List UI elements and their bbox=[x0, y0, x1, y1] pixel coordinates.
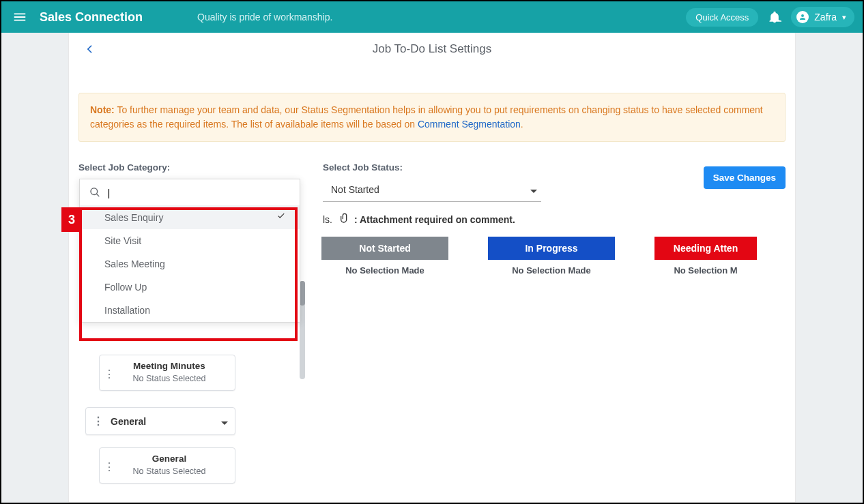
save-changes-button[interactable]: Save Changes bbox=[704, 166, 786, 189]
status-header-needing-attention: Needing Atten bbox=[654, 237, 757, 260]
option-label: Sales Meeting bbox=[104, 258, 165, 269]
status-empty-1: No Selection Made bbox=[488, 260, 615, 281]
status-columns: Not Started No Selection Made In Progres… bbox=[321, 237, 795, 281]
caret-down-icon bbox=[530, 183, 537, 196]
accordion-title: General bbox=[111, 416, 146, 427]
notifications-button[interactable] bbox=[768, 10, 781, 24]
option-label: Installation bbox=[104, 305, 150, 316]
status-select[interactable]: Not Started bbox=[323, 178, 541, 202]
drag-handle-icon[interactable]: ⋮ bbox=[104, 368, 115, 381]
menu-button[interactable] bbox=[10, 7, 30, 27]
option-label: Site Visit bbox=[104, 235, 141, 246]
category-option-site-visit[interactable]: Site Visit bbox=[80, 229, 300, 252]
item-title: General bbox=[111, 454, 228, 464]
drag-handle-icon[interactable]: ⋮ bbox=[93, 415, 104, 428]
search-icon bbox=[89, 186, 100, 198]
status-value: Not Started bbox=[331, 184, 379, 195]
item-title: Meeting Minutes bbox=[111, 361, 228, 371]
user-menu[interactable]: Zafra ▾ bbox=[791, 7, 854, 27]
quick-access-button[interactable]: Quick Access bbox=[686, 8, 758, 27]
paperclip-icon bbox=[339, 211, 350, 227]
category-option-sales-enquiry[interactable]: Sales Enquiry bbox=[80, 205, 300, 229]
accordion-head-general[interactable]: ⋮ General bbox=[86, 408, 235, 434]
comment-segmentation-link[interactable]: Comment Segmentation bbox=[418, 119, 521, 130]
category-option-sales-meeting[interactable]: Sales Meeting bbox=[80, 252, 300, 276]
avatar bbox=[796, 11, 809, 23]
caret-down-icon bbox=[221, 416, 228, 427]
tagline: Quality is pride of workmanship. bbox=[197, 12, 332, 23]
hamburger-icon bbox=[12, 10, 27, 25]
annotation-number: 3 bbox=[61, 207, 82, 232]
category-label: Select Job Category: bbox=[78, 162, 317, 173]
chevron-down-icon: ▾ bbox=[842, 13, 846, 22]
legend-text: : Attachment required on comment. bbox=[354, 214, 515, 225]
user-name: Zafra bbox=[814, 12, 837, 23]
page-title: Job To-Do List Settings bbox=[373, 42, 492, 56]
page-header: Job To-Do List Settings bbox=[69, 33, 795, 65]
category-dropdown[interactable]: Sales Enquiry Site Visit Sales Meeting F… bbox=[79, 179, 300, 323]
category-option-follow-up[interactable]: Follow Up bbox=[80, 276, 300, 299]
status-label: Select Job Status: bbox=[323, 162, 555, 173]
chevron-left-icon bbox=[83, 42, 96, 56]
person-icon bbox=[798, 13, 807, 21]
legend-cut-text: ls. bbox=[323, 214, 335, 225]
note-prefix: Note: bbox=[90, 104, 115, 115]
bell-icon bbox=[768, 10, 781, 24]
option-label: Sales Enquiry bbox=[104, 212, 163, 223]
app-title: Sales Connection bbox=[40, 10, 143, 25]
option-label: Follow Up bbox=[104, 282, 147, 293]
note-text-b: . bbox=[521, 119, 523, 130]
status-empty-2: No Selection M bbox=[654, 260, 757, 281]
status-header-not-started: Not Started bbox=[321, 237, 448, 260]
category-option-installation[interactable]: Installation bbox=[80, 299, 300, 322]
item-sub: No Status Selected bbox=[111, 374, 228, 383]
info-note: Note: To further manage your team and da… bbox=[78, 93, 786, 142]
scrollbar-thumb[interactable] bbox=[300, 281, 305, 306]
status-empty-0: No Selection Made bbox=[321, 260, 448, 281]
category-search-input[interactable] bbox=[107, 187, 290, 198]
back-button[interactable] bbox=[83, 42, 96, 59]
category-option-list: Sales Enquiry Site Visit Sales Meeting F… bbox=[80, 205, 300, 322]
check-icon bbox=[276, 211, 286, 223]
drag-handle-icon[interactable]: ⋮ bbox=[104, 460, 115, 473]
list-item[interactable]: ⋮ Meeting Minutes No Status Selected bbox=[99, 355, 235, 391]
item-sub: No Status Selected bbox=[111, 466, 228, 476]
status-header-in-progress: In Progress bbox=[488, 237, 615, 260]
top-bar: Sales Connection Quality is pride of wor… bbox=[1, 1, 863, 33]
list-item[interactable]: ⋮ General No Status Selected bbox=[99, 447, 235, 484]
